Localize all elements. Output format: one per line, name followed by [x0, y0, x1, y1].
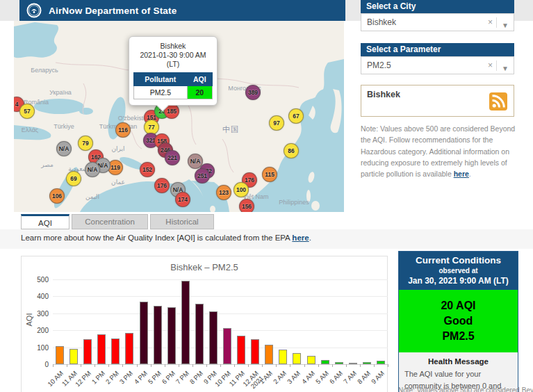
map-aqi-marker[interactable]: 67 [288, 108, 304, 124]
chart-bar[interactable] [293, 353, 301, 364]
chart-bar[interactable] [154, 306, 162, 364]
chart-xtick [332, 364, 333, 367]
clear-city-icon[interactable]: × [488, 17, 493, 27]
map-aqi-marker[interactable]: 115 [262, 167, 277, 182]
tooltip-aqi-table: Pollutant AQI PM2.5 20 [133, 72, 213, 99]
chart-xtick [108, 364, 109, 367]
map-aqi-marker[interactable]: 123 [216, 185, 231, 200]
map-aqi-marker[interactable]: 176 [154, 178, 170, 193]
parameter-select[interactable]: PM2.5 × ▼ [361, 56, 514, 74]
select-city-header: Select a City [361, 0, 514, 13]
chart-ytick-label: 500 [24, 276, 49, 284]
map-aqi-marker[interactable]: 106 [49, 188, 65, 204]
tooltip-aqi-value: 20 [187, 86, 212, 99]
map-aqi-marker[interactable]: 86 [284, 143, 299, 158]
tooltip-aqi-header: AQI [187, 73, 212, 86]
map-aqi-marker[interactable]: 251 [195, 168, 210, 183]
map-aqi-marker[interactable]: 69 [66, 171, 81, 186]
chevron-down-icon[interactable]: ▼ [502, 17, 509, 34]
chart-bar[interactable] [195, 304, 204, 364]
map-aqi-marker[interactable]: N/A [56, 141, 72, 156]
select-parameter-header: Select a Parameter [361, 43, 514, 56]
chart-bar[interactable] [209, 311, 218, 364]
chart-bar[interactable] [307, 356, 315, 364]
map-aqi-marker[interactable]: 57 [19, 104, 35, 119]
chart-xtick [95, 364, 95, 367]
chart-bar[interactable] [237, 336, 245, 364]
tab-historical[interactable]: Historical [150, 214, 214, 229]
map-aqi-marker[interactable]: N/A [85, 162, 100, 177]
map-country-label: ايران [111, 145, 124, 152]
chart-xtick [165, 364, 165, 367]
chart-bar[interactable] [111, 338, 120, 364]
select-divider [496, 17, 497, 28]
learn-more-text: Learn more about how the Air Quality Ind… [21, 234, 311, 242]
tab-bar: AQIConcentrationHistorical [21, 214, 216, 229]
map-aqi-marker[interactable]: 100 [233, 182, 249, 197]
learn-more-band: Learn more about how the Air Quality Ind… [0, 229, 533, 249]
parameter-select-value: PM2.5 [367, 60, 391, 70]
chart-bar[interactable] [265, 345, 273, 364]
map-country-label: Беларусь [31, 67, 58, 74]
chart-bar[interactable] [56, 346, 64, 364]
map-country-label: عمان [111, 179, 125, 186]
learn-more-link[interactable]: here [292, 234, 309, 242]
tooltip-datetime: 2021-01-30 9:00 AM [133, 51, 213, 60]
chart-xtick [346, 364, 347, 367]
chart-bar[interactable] [69, 349, 78, 364]
chart-bar[interactable] [363, 362, 371, 364]
chart-gridline [53, 330, 388, 331]
chart-xtick [67, 364, 67, 367]
map-country-label: Türkiye [54, 123, 74, 130]
chart-bar[interactable] [83, 339, 92, 364]
map-aqi-marker[interactable]: 152 [140, 162, 155, 177]
map-aqi-marker[interactable]: 389 [245, 85, 261, 100]
tab-aqi[interactable]: AQI [21, 214, 69, 229]
chart-xtick [374, 364, 375, 367]
map-country-label: 中国 [222, 124, 239, 135]
chart-xtick [220, 364, 221, 367]
chart-bar[interactable] [279, 350, 287, 364]
chart-bar[interactable] [335, 362, 343, 364]
chart-bar[interactable] [125, 333, 133, 364]
chart-xtick [276, 364, 277, 367]
chart-bar[interactable] [377, 361, 385, 364]
chart-xtick [318, 364, 319, 367]
aqi-world-map[interactable]: БеларусьУкраїнаRomâniaΕλλάςTürkiyeO'zbek… [14, 21, 344, 212]
chart-xtick [81, 364, 81, 367]
chart-xtick [192, 364, 193, 367]
chart-xtick [290, 364, 290, 367]
chart-bar[interactable] [349, 363, 357, 364]
sidebar-note-link[interactable]: here [454, 170, 469, 178]
map-aqi-marker[interactable]: 174 [175, 192, 190, 207]
map-aqi-marker[interactable]: 97 [269, 115, 284, 131]
rss-city-title: Bishkek [367, 90, 400, 99]
chart-xtick [206, 364, 207, 367]
chart-ytick-label: 400 [24, 293, 49, 300]
chart-gridline [53, 296, 388, 297]
map-aqi-marker[interactable]: 156 [239, 199, 254, 212]
chart-bar[interactable] [223, 328, 231, 364]
city-select[interactable]: Bishkek × ▼ [361, 13, 514, 31]
learn-more-label: Learn more about how the Air Quality Ind… [21, 234, 292, 242]
app-header: AirNow Department of State [19, 0, 345, 21]
clear-parameter-icon[interactable]: × [488, 60, 493, 70]
chart-bar[interactable] [140, 302, 148, 364]
select-divider [496, 60, 497, 71]
map-country-label: Україна [49, 89, 72, 96]
map-aqi-marker[interactable]: 79 [78, 136, 93, 151]
tab-concentration[interactable]: Concentration [72, 214, 148, 229]
chart-bar[interactable] [181, 281, 190, 364]
map-aqi-marker[interactable]: 221 [165, 150, 180, 165]
chart-bar[interactable] [97, 334, 106, 364]
rss-feed-icon[interactable] [489, 92, 507, 111]
chevron-down-icon[interactable]: ▼ [502, 60, 509, 77]
sidebar-note: Note: Values above 500 are considered Be… [361, 123, 517, 179]
chart-xtick [53, 364, 54, 367]
map-aqi-marker[interactable]: 116 [115, 122, 131, 138]
map-country-label: Ελλάς [22, 126, 38, 133]
chart-bar[interactable] [321, 360, 329, 364]
rss-feed-box: Bishkek [361, 85, 514, 117]
chart-bar[interactable] [251, 339, 259, 364]
chart-bar[interactable] [167, 307, 176, 364]
